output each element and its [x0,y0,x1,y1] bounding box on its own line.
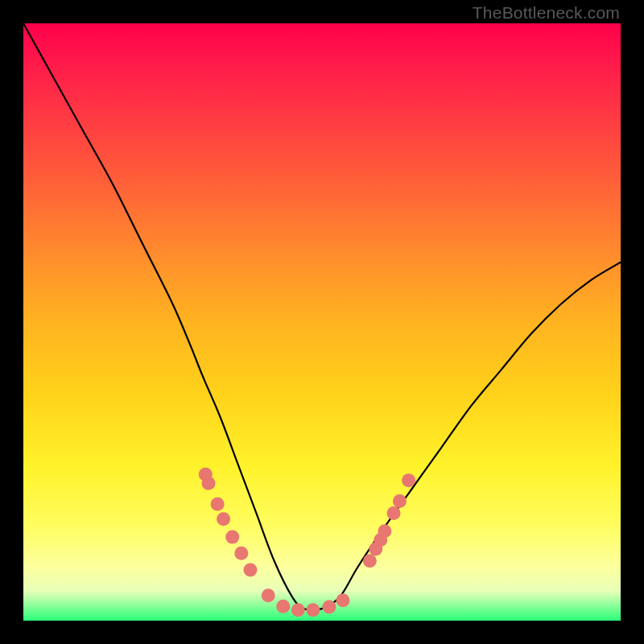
data-marker [393,494,407,508]
data-marker [211,497,225,511]
data-marker [262,588,275,602]
data-marker [217,512,230,526]
data-marker [363,554,377,568]
chart-container: TheBottleneck.com [0,0,644,644]
data-marker [243,563,257,576]
data-marker [276,600,290,613]
data-marker [378,524,391,538]
attribution-label: TheBottleneck.com [473,3,620,23]
plot-area [23,23,621,621]
data-marker [402,473,415,487]
data-markers [199,468,415,617]
curve-svg [23,23,621,621]
data-marker [202,477,216,490]
data-marker [234,547,248,560]
data-marker [306,603,320,617]
data-marker [322,600,336,613]
data-marker [291,603,305,617]
data-marker [336,593,349,607]
data-marker [225,530,239,544]
bottleneck-curve [23,23,621,610]
data-marker [387,506,401,520]
